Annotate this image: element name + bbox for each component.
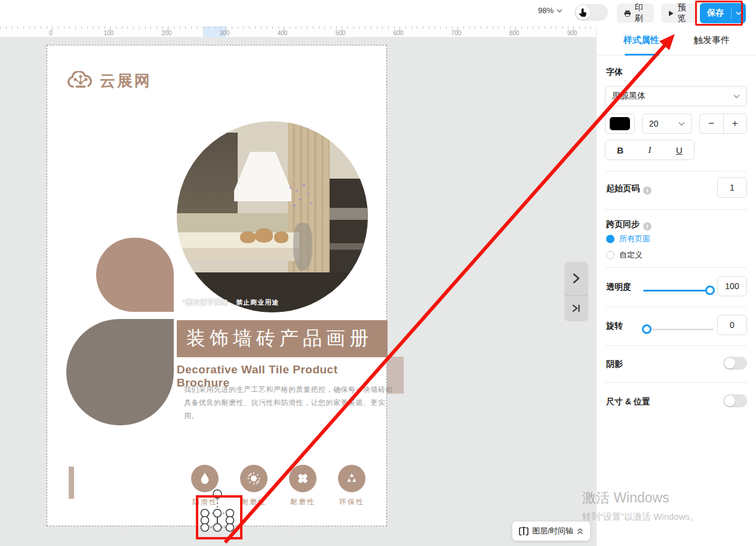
photo-appliance-band	[330, 208, 368, 220]
last-page-button[interactable]	[564, 296, 588, 321]
kitchen-photo[interactable]	[177, 121, 368, 312]
resize-handle[interactable]	[214, 524, 222, 532]
ruler-tick	[504, 26, 505, 29]
feature-item[interactable]: 环保性	[333, 465, 371, 507]
font-color-picker[interactable]	[605, 114, 635, 134]
ruler-tick	[498, 26, 499, 29]
ruler-tick	[435, 26, 435, 29]
feature-item[interactable]: 耐磨性	[284, 465, 322, 507]
ruler-tick	[105, 26, 105, 29]
hand-tool-toggle[interactable]	[574, 4, 608, 21]
ruler-tick	[429, 26, 429, 29]
resize-handle[interactable]	[201, 517, 209, 524]
radio-all-pages-label: 所有页面	[619, 234, 650, 244]
font-size-increase-button[interactable]: +	[724, 114, 747, 133]
ruler-tick	[139, 26, 140, 29]
font-size-decrease-button[interactable]: −	[700, 114, 723, 133]
feature-label: 环保性	[339, 497, 364, 507]
ruler-tick	[29, 26, 30, 29]
ruler-tick	[87, 26, 88, 29]
tab-trigger-events[interactable]: 触发事件	[694, 35, 730, 46]
photo-wood-decor	[255, 228, 273, 243]
resize-handle[interactable]	[226, 517, 234, 524]
ruler-tick	[116, 26, 116, 29]
ruler-tick	[266, 26, 267, 29]
photo-wood-decor	[240, 231, 256, 243]
italic-button[interactable]: I	[635, 140, 664, 159]
section-divider	[605, 267, 747, 268]
save-button[interactable]: 保存	[700, 3, 746, 23]
opacity-slider[interactable]	[643, 290, 714, 292]
resize-handle[interactable]	[226, 524, 234, 532]
resize-handle[interactable]	[201, 510, 209, 517]
ruler-tick	[197, 26, 198, 29]
radio-custom[interactable]: 自定义	[606, 250, 643, 260]
zoom-level-value: 98%	[538, 6, 554, 15]
radio-all-pages[interactable]: 所有页面	[606, 234, 650, 244]
tab-style-properties[interactable]: 样式属性	[623, 35, 659, 46]
horizontal-ruler: -1000100200300400500600700800900	[0, 26, 596, 37]
image-source-note[interactable]: *图片源于网络，禁止商业用途	[183, 298, 279, 307]
rotation-slider-knob[interactable]	[642, 324, 651, 334]
print-button[interactable]: 印刷	[617, 4, 654, 23]
font-family-select[interactable]: 思源黑体	[605, 86, 747, 106]
info-icon[interactable]: i	[643, 222, 651, 231]
ruler-tick	[261, 26, 262, 29]
next-page-button[interactable]	[564, 262, 588, 295]
page-body-text[interactable]: 我们采用先进的生产工艺和严格的质量把控，确保每一块墙砖都具备优良的耐磨性、抗污性…	[184, 383, 397, 423]
rotation-slider[interactable]	[643, 329, 714, 330]
active-tab-underline	[625, 54, 659, 56]
resize-handle[interactable]	[201, 524, 209, 532]
resize-handle[interactable]	[226, 510, 234, 517]
feature-label: 耐磨性	[241, 497, 266, 507]
ruler-tick	[463, 26, 464, 29]
ruler-tick	[423, 26, 423, 29]
size-position-label: 尺寸 & 位置	[606, 397, 650, 407]
opacity-input[interactable]: 100	[717, 276, 747, 296]
recycle-icon	[338, 465, 365, 492]
zoom-level-select[interactable]: 98%	[538, 6, 563, 15]
decor-shape-tan[interactable]	[96, 238, 174, 312]
page-title: 装饰墙砖产品画册	[186, 326, 373, 352]
photo-appliance-column	[330, 179, 368, 312]
ruler-tick	[440, 26, 441, 29]
ruler-tick	[301, 26, 302, 29]
ruler-tick	[562, 26, 563, 29]
brand-logo[interactable]: 云展网	[67, 70, 152, 91]
layers-timeline-button[interactable]: 图层/时间轴	[512, 522, 590, 541]
ruler-tick	[203, 26, 204, 29]
info-icon[interactable]: i	[643, 186, 651, 195]
ruler-tick	[330, 26, 331, 29]
decor-accent-bar[interactable]	[69, 467, 74, 499]
decor-shape-gray[interactable]	[66, 319, 174, 425]
underline-button[interactable]: U	[665, 140, 694, 159]
radio-custom-label: 自定义	[619, 250, 643, 260]
page-title-banner[interactable]: 装饰墙砖产品画册	[177, 320, 388, 357]
shadow-toggle[interactable]	[723, 357, 747, 370]
font-size-select[interactable]: 20	[642, 114, 692, 134]
opacity-slider-knob[interactable]	[705, 286, 715, 295]
preview-button[interactable]: 预览	[661, 4, 698, 23]
rotate-handle[interactable]	[213, 490, 222, 498]
editor-window: 98% 印刷 预览 保存	[0, 0, 756, 546]
save-dropdown-caret[interactable]	[732, 11, 746, 15]
photo-wood-decor	[274, 231, 288, 243]
ruler-tick-label: 800	[509, 30, 520, 36]
start-page-input[interactable]: 1	[717, 177, 747, 198]
brochure-page[interactable]: 云展网 *图片源于网络	[47, 45, 387, 526]
ruler-tick	[533, 26, 533, 29]
resize-handle[interactable]	[214, 510, 222, 517]
preview-button-label: 预览	[678, 2, 691, 24]
ruler-tick	[64, 26, 64, 29]
ruler-tick	[156, 26, 157, 29]
design-canvas[interactable]: 云展网 *图片源于网络	[0, 37, 596, 546]
bold-button[interactable]: B	[606, 140, 635, 159]
ruler-tick	[191, 26, 192, 29]
photo-backsplash	[177, 213, 288, 232]
section-divider	[605, 382, 747, 383]
selection-handles[interactable]	[197, 487, 245, 542]
rotation-input[interactable]: 0	[717, 315, 747, 335]
size-position-toggle[interactable]	[723, 394, 747, 407]
printer-icon	[624, 9, 631, 18]
ruler-tick	[354, 26, 354, 29]
